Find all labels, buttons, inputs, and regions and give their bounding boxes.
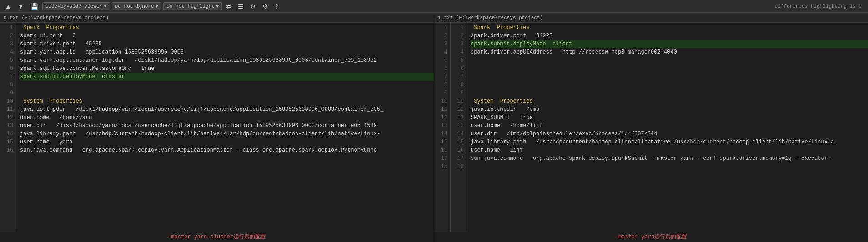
right-code-line: sun.java.command org.apache.spark.deploy…: [471, 154, 868, 163]
right-gutter1-line: 17: [434, 154, 447, 163]
left-code-line: user.dir /disk1/hadoop/yarn/local/userca…: [20, 122, 434, 130]
left-gutter-line: 2: [0, 32, 13, 40]
left-gutter-line: 15: [0, 138, 13, 146]
save-button[interactable]: 💾: [28, 2, 40, 11]
right-code-line: [471, 81, 868, 89]
right-gutter2-line: 12: [451, 114, 464, 122]
left-line-area: 12345678910111213141516 Spark Properties…: [0, 23, 434, 232]
right-code-line: user.dir /tmp/dolphinscheduler/exec/proc…: [471, 130, 868, 138]
right-gutter2-line: 11: [451, 105, 464, 114]
filepath-left: 0.txt (F:\workspace\recsys-project): [0, 15, 434, 20]
highlight-dropdown-button[interactable]: Do not highlight ▼: [163, 2, 222, 10]
right-code-line: java.io.tmpdir /tmp: [471, 105, 868, 114]
toolbar: ▲ ▼ 💾 Side-by-side viewer ▼ Do not ignor…: [0, 0, 868, 13]
help-icon[interactable]: ?: [272, 2, 281, 11]
ignore-label: Do not ignore: [115, 4, 154, 9]
left-gutter-line: 1: [0, 24, 13, 32]
left-code-line: spark.yarn.app.container.log.dir /disk1/…: [20, 56, 434, 64]
viewer-chevron-icon: ▼: [104, 4, 107, 9]
right-caption: —master yarn运行后的配置: [434, 232, 868, 242]
left-gutter-line: 12: [0, 114, 13, 122]
right-code-line: spark.submit.deployMode client: [471, 40, 868, 48]
left-gutter-line: 10: [0, 97, 13, 105]
settings2-icon[interactable]: ⚙: [260, 2, 271, 11]
ignore-chevron-icon: ▼: [156, 4, 159, 9]
right-gutter2-line: 6: [451, 64, 464, 73]
right-line-area: 123456789101112131415161718 123456789101…: [434, 23, 868, 232]
right-gutter1-line: 10: [434, 97, 447, 105]
left-gutter-line: 14: [0, 130, 13, 138]
right-code-line: java.library.path /usr/hdp/current/hadoo…: [471, 138, 868, 146]
list-icon[interactable]: ☰: [236, 2, 246, 11]
viewer-dropdown-button[interactable]: Side-by-side viewer ▼: [42, 2, 110, 10]
right-gutter2-line: 18: [451, 163, 464, 171]
viewer-label: Side-by-side viewer: [45, 4, 102, 9]
left-code-line: spark.ui.port 0: [20, 32, 434, 40]
left-code-line: user.name yarn: [20, 138, 434, 146]
toolbar-right-status: Differences highlighting is o: [775, 4, 862, 9]
right-pane: 123456789101112131415161718 123456789101…: [434, 23, 868, 232]
nav-next-button[interactable]: ▼: [15, 2, 26, 11]
left-gutter-line: 16: [0, 146, 13, 154]
highlight-chevron-icon: ▼: [216, 4, 219, 9]
right-gutter1-line: 12: [434, 114, 447, 122]
right-gutter1-line: 2: [434, 32, 447, 40]
left-code-line: spark.submit.deployMode cluster: [20, 73, 434, 81]
left-code-line: [20, 89, 434, 97]
right-code-line: spark.driver.appUIAddress http://recessw…: [471, 48, 868, 56]
nav-prev-button[interactable]: ▲: [3, 2, 14, 11]
right-gutter1-line: 9: [434, 89, 447, 97]
right-gutter1-line: 13: [434, 122, 447, 130]
left-gutter-line: 6: [0, 64, 13, 73]
diff-row: 12345678910111213141516 Spark Properties…: [0, 23, 868, 232]
left-gutter-line: 3: [0, 40, 13, 48]
left-code-line: System Properties: [20, 97, 434, 105]
left-gutter-line: 8: [0, 81, 13, 89]
right-gutter1-line: 16: [434, 146, 447, 154]
right-code-line: spark.driver.port 34223: [471, 32, 868, 40]
caption-row: —master yarn-cluster运行后的配置 —master yarn运…: [0, 232, 868, 242]
settings-icon[interactable]: ⚙: [248, 2, 258, 11]
right-gutter1-line: 1: [434, 24, 447, 32]
right-gutter2-line: 4: [451, 48, 464, 56]
left-code-line: spark.driver.port 45235: [20, 40, 434, 48]
left-code-content: Spark Propertiesspark.ui.port 0spark.dri…: [16, 23, 434, 232]
highlight-label: Do not highlight: [166, 4, 215, 9]
right-gutter1-line: 6: [434, 64, 447, 73]
right-gutter2-line: 3: [451, 40, 464, 48]
caption-left-cell: —master yarn-cluster运行后的配置: [0, 232, 434, 242]
left-code-line: [20, 81, 434, 89]
right-gutter2-line: 7: [451, 73, 464, 81]
right-gutter2-line: 15: [451, 138, 464, 146]
right-gutter-2: 123456789101112131415161718: [451, 23, 467, 232]
right-code-line: [471, 163, 868, 171]
right-gutter2-line: 13: [451, 122, 464, 130]
filepath-bar: 0.txt (F:\workspace\recsys-project) 1.tx…: [0, 13, 868, 23]
right-gutter-1: 123456789101112131415161718: [434, 23, 451, 232]
left-code-line: spark.yarn.app.id application_1589525638…: [20, 48, 434, 56]
left-code-line: java.io.tmpdir /disk1/hadoop/yarn/local/…: [20, 105, 434, 114]
left-gutter-line: 5: [0, 56, 13, 64]
right-code-line: System Properties: [471, 97, 868, 105]
right-gutter1-line: 3: [434, 40, 447, 48]
swap-icon[interactable]: ⇄: [224, 2, 234, 11]
right-gutter1-line: 4: [434, 48, 447, 56]
right-code-line: [471, 56, 868, 64]
left-gutter-line: 9: [0, 89, 13, 97]
left-code-line: sun.java.command org.apache.spark.deploy…: [20, 146, 434, 154]
right-gutter2-line: 17: [451, 154, 464, 163]
right-code-line: SPARK_SUBMIT true: [471, 114, 868, 122]
right-code-content: Spark Propertiesspark.driver.port 34223s…: [467, 23, 868, 232]
right-code-line: user.name lijf: [471, 146, 868, 154]
right-gutter2-line: 8: [451, 81, 464, 89]
left-gutter: 12345678910111213141516: [0, 23, 16, 232]
right-gutter2-line: 14: [451, 130, 464, 138]
right-gutter1-line: 8: [434, 81, 447, 89]
caption-right-cell: —master yarn运行后的配置: [434, 232, 868, 242]
right-gutter1-line: 18: [434, 163, 447, 171]
ignore-dropdown-button[interactable]: Do not ignore ▼: [112, 2, 161, 10]
left-pane: 12345678910111213141516 Spark Properties…: [0, 23, 434, 232]
right-gutter2-line: 16: [451, 146, 464, 154]
right-code-line: [471, 89, 868, 97]
right-gutter1-line: 7: [434, 73, 447, 81]
